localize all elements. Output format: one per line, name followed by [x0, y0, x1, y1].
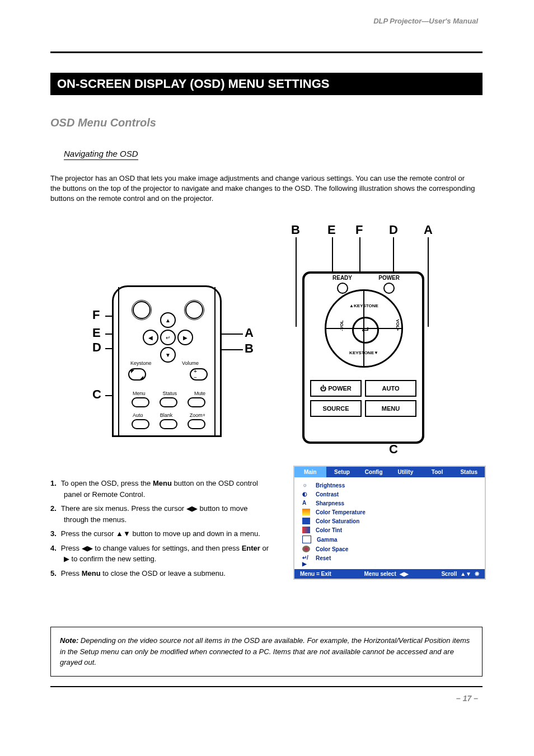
step-1: 1.To open the OSD, press the Menu button… [50, 478, 274, 500]
ready-led-label: READY [332, 275, 352, 281]
panel-auto-button[interactable]: AUTO [365, 380, 416, 397]
section-title: OSD Menu Controls [50, 116, 156, 129]
osd-item-brightness[interactable]: ☼Brightness [294, 481, 485, 490]
vol-minus[interactable]: -VOL [339, 320, 344, 331]
intro-paragraph: The projector has an OSD that lets you m… [50, 173, 476, 204]
volume-button[interactable]: + − [190, 368, 208, 381]
keystone-button[interactable]: ◤ ◢ [128, 368, 146, 381]
callout-D-remote: D [92, 340, 101, 355]
dpad-up[interactable]: ▲ [160, 312, 176, 328]
dpad-down[interactable]: ▼ [160, 347, 176, 363]
power-led [383, 283, 395, 294]
step-4: 4.Press ◀▶ to change values for settings… [50, 543, 274, 565]
zoom-plus-button[interactable] [188, 419, 205, 429]
osd-item-contrast[interactable]: ◐Contrast [294, 490, 485, 499]
osd-tab-config[interactable]: Config [358, 467, 390, 477]
status-button[interactable] [160, 397, 177, 407]
panel-diagram: READY POWER ↵ ▲KEYSTONE KEYSTONE▼ -VOL V… [302, 246, 420, 425]
osd-footer-select: Menu select ◀▶ [364, 571, 409, 577]
note-label: Note: [60, 636, 78, 645]
callout-A-remote: A [245, 326, 254, 340]
osd-list: ☼Brightness ◐Contrast ASharpness Color T… [294, 477, 485, 569]
keystone-label: Keystone [130, 360, 152, 366]
remote-body: ▲ ▼ ◀ ▶ ↵ Keystone Volume ◤ ◢ + − Menu [112, 285, 222, 437]
callout-D-panel: D [389, 223, 398, 237]
callout-C-remote: C [92, 387, 101, 402]
mute-button[interactable] [188, 397, 205, 407]
blank-button[interactable] [160, 419, 177, 429]
osd-tab-status[interactable]: Status [453, 467, 485, 477]
step-3: 3.Press the cursor ▲▼ button to move up … [50, 528, 274, 539]
up-down-icon: ▲▼ [460, 571, 471, 577]
osd-tabs: Main Setup Config Utility Tool Status [294, 467, 485, 477]
osd-item-sharpness[interactable]: ASharpness [294, 499, 485, 508]
chapter-bar: ON-SCREEN DISPLAY (OSD) MENU SETTINGS [50, 73, 483, 95]
callout-E-remote: E [92, 326, 101, 340]
panel-power-button[interactable]: ⏻ POWER [310, 380, 362, 397]
osd-screenshot: Main Setup Config Utility Tool Status ☼B… [293, 466, 486, 580]
dpad: ▲ ▼ ◀ ▶ ↵ [143, 312, 191, 360]
dpad-enter[interactable]: ↵ [160, 330, 176, 345]
help-icon: ❋ [475, 571, 479, 577]
left-right-icon: ◀▶ [400, 571, 409, 577]
volume-label: Volume [182, 360, 199, 366]
osd-tab-tool[interactable]: Tool [421, 467, 453, 477]
remote-diagram: ▲ ▼ ◀ ▶ ↵ Keystone Volume ◤ ◢ + − Menu [112, 285, 218, 434]
saturation-icon [302, 518, 310, 524]
left-right-icon: ◀▶ [82, 544, 93, 552]
tint-icon [302, 527, 310, 533]
power-led-label: POWER [378, 275, 400, 281]
colorspace-icon [302, 546, 310, 552]
osd-footer: Menu = Exit Menu select ◀▶ Scroll ▲▼ ❋ [294, 569, 485, 579]
osd-item-color-tint[interactable]: Color Tint [294, 525, 485, 534]
right-icon: ▶ [64, 555, 69, 563]
callout-E-panel: E [327, 223, 336, 237]
callout-C-panel: C [389, 442, 398, 457]
ready-led [337, 283, 348, 294]
panel-button-grid: ⏻ POWER AUTO SOURCE MENU [310, 380, 416, 420]
osd-tab-setup[interactable]: Setup [326, 467, 358, 477]
reset-icon: ↵/▶ [302, 555, 310, 561]
osd-item-color-temperature[interactable]: Color Temperature [294, 508, 485, 516]
remote-row2-labels: Auto Blank Zoom+ [133, 412, 205, 418]
footer-rule [50, 686, 483, 687]
panel-menu-button[interactable]: MENU [365, 400, 416, 417]
osd-footer-exit: Menu = Exit [300, 571, 331, 577]
osd-item-reset[interactable]: ↵/▶Reset [294, 553, 485, 562]
callout-B-remote: B [245, 341, 254, 356]
up-down-icon: ▲▼ [116, 529, 130, 538]
keystone-down[interactable]: KEYSTONE▼ [349, 350, 378, 355]
vol-plus[interactable]: VOL+ [395, 319, 400, 331]
remote-row1-labels: Menu Status Mute [133, 391, 205, 396]
panel-wheel: ↵ ▲KEYSTONE KEYSTONE▼ -VOL VOL+ [325, 289, 403, 368]
dpad-right[interactable]: ▶ [177, 330, 193, 345]
menu-button[interactable] [132, 397, 149, 407]
panel-body: READY POWER ↵ ▲KEYSTONE KEYSTONE▼ -VOL V… [302, 271, 424, 444]
osd-footer-scroll: Scroll ▲▼ ❋ [441, 571, 479, 577]
top-rule [50, 51, 483, 53]
dpad-left[interactable]: ◀ [143, 330, 158, 345]
subsection-title: Navigating the OSD [64, 149, 138, 160]
osd-item-color-saturation[interactable]: Color Saturation [294, 516, 485, 525]
note-body: Depending on the video source not all it… [60, 636, 470, 666]
keystone-up[interactable]: ▲KEYSTONE [349, 303, 378, 308]
note-box: Note: Depending on the video source not … [50, 627, 483, 677]
gamma-icon [302, 536, 311, 543]
left-right-icon: ◀▶ [186, 504, 198, 513]
osd-item-gamma[interactable]: Gamma [294, 534, 485, 544]
running-header: DLP Projector—User's Manual [373, 17, 478, 25]
steps-list: 1.To open the OSD, press the Menu button… [50, 478, 274, 582]
panel-enter[interactable]: ↵ [352, 317, 379, 344]
osd-tab-main[interactable]: Main [294, 467, 326, 477]
osd-item-color-space[interactable]: Color Space [294, 544, 485, 553]
auto-button[interactable] [132, 419, 149, 429]
colortemp-icon [302, 509, 310, 515]
callout-F-remote: F [92, 308, 100, 322]
panel-source-button[interactable]: SOURCE [310, 400, 362, 417]
callout-B-panel: B [291, 223, 300, 237]
sharpness-icon: A [302, 500, 310, 506]
callout-F-panel: F [355, 223, 363, 237]
osd-tab-utility[interactable]: Utility [390, 467, 421, 477]
step-2: 2.There are six menus. Press the cursor … [50, 503, 274, 525]
leader [428, 237, 429, 327]
